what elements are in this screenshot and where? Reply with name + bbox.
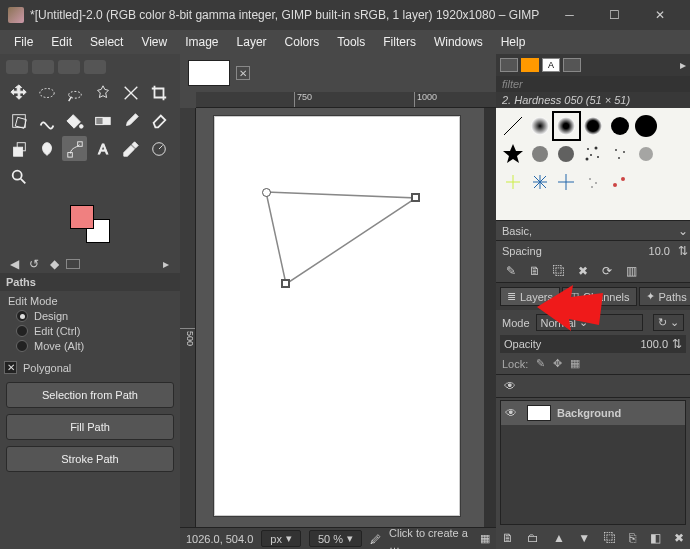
ruler-vertical[interactable]: 500	[180, 108, 196, 527]
mask-layer-icon[interactable]: ◧	[650, 531, 661, 545]
fg-color[interactable]	[70, 205, 94, 229]
brush-item[interactable]	[580, 112, 607, 140]
brush-item[interactable]	[633, 112, 660, 140]
smudge-tool[interactable]	[34, 136, 59, 161]
lock-alpha-icon[interactable]: ▦	[570, 357, 580, 370]
brush-item[interactable]	[553, 140, 580, 168]
menu-file[interactable]: File	[6, 32, 41, 52]
tab-options-icon[interactable]: ↺	[26, 257, 42, 271]
zoom-select[interactable]: 50 %▾	[309, 530, 362, 547]
brush-item[interactable]	[527, 112, 554, 140]
menu-windows[interactable]: Windows	[426, 32, 491, 52]
brush-item[interactable]	[527, 140, 554, 168]
toolbox-tab-icon[interactable]	[6, 60, 28, 74]
mode-design[interactable]: Design	[16, 310, 172, 322]
bucket-fill-tool[interactable]	[62, 108, 87, 133]
warp-tool[interactable]	[34, 108, 59, 133]
lock-position-icon[interactable]: ✥	[553, 357, 562, 370]
path-node[interactable]	[411, 193, 420, 202]
zoom-tool[interactable]	[6, 164, 31, 189]
menu-select[interactable]: Select	[82, 32, 131, 52]
eye-icon[interactable]: 👁	[504, 379, 516, 393]
canvas[interactable]	[196, 108, 484, 527]
eye-icon[interactable]: 👁	[505, 406, 521, 420]
menu-view[interactable]: View	[133, 32, 175, 52]
toolbox-tab-icon[interactable]	[32, 60, 54, 74]
scissors-tool[interactable]	[118, 80, 143, 105]
refresh-brush-icon[interactable]: ⟳	[600, 264, 614, 278]
tab-right-icon[interactable]: ▸	[158, 257, 174, 271]
new-brush-icon[interactable]: 🗎	[528, 264, 542, 278]
image-tab-thumb[interactable]	[188, 60, 230, 86]
dock-tab-icon[interactable]: A	[542, 58, 560, 72]
lower-layer-icon[interactable]: ▼	[578, 531, 590, 545]
raise-layer-icon[interactable]: ▲	[553, 531, 565, 545]
menu-edit[interactable]: Edit	[43, 32, 80, 52]
maximize-button[interactable]: ☐	[592, 0, 637, 30]
brush-item[interactable]	[553, 112, 580, 140]
close-button[interactable]: ✕	[637, 0, 682, 30]
ruler-horizontal[interactable]: 750 1000	[196, 92, 496, 108]
free-select-tool[interactable]	[62, 80, 87, 105]
dock-tab-icon[interactable]	[521, 58, 539, 72]
gradient-tool[interactable]	[90, 108, 115, 133]
fill-path-button[interactable]: Fill Path	[6, 414, 174, 440]
path-shape[interactable]	[256, 184, 426, 307]
stroke-path-button[interactable]: Stroke Path	[6, 446, 174, 472]
new-layer-icon[interactable]: 🗎	[502, 531, 514, 545]
brush-item[interactable]	[606, 140, 633, 168]
mode-switch-button[interactable]: ↻⌄	[653, 314, 684, 331]
dock-menu-icon[interactable]: ▸	[680, 58, 686, 72]
brush-item[interactable]	[659, 168, 686, 196]
merge-layer-icon[interactable]: ⎘	[629, 531, 636, 545]
image-tab-close[interactable]: ✕	[236, 66, 250, 80]
brush-item[interactable]	[553, 168, 580, 196]
tab-paths[interactable]: ✦Paths	[639, 287, 690, 306]
rect-select-tool[interactable]	[34, 80, 59, 105]
brush-filter[interactable]: filter	[496, 76, 690, 92]
spacing-slider[interactable]: Spacing 10.0 ⇅	[496, 240, 690, 260]
tab-options-icon[interactable]: ◆	[46, 257, 62, 271]
menu-filters[interactable]: Filters	[375, 32, 424, 52]
move-tool[interactable]	[6, 80, 31, 105]
color-swatches[interactable]	[70, 205, 110, 243]
brush-item[interactable]	[659, 112, 686, 140]
crop-tool[interactable]	[146, 80, 171, 105]
transform-tool[interactable]	[6, 108, 31, 133]
tab-options-icon[interactable]	[66, 259, 80, 269]
fuzzy-select-tool[interactable]	[90, 80, 115, 105]
menu-layer[interactable]: Layer	[229, 32, 275, 52]
brush-item[interactable]	[500, 168, 527, 196]
measure-tool[interactable]	[146, 136, 171, 161]
brush-preset-select[interactable]: Basic, ⌄	[496, 220, 690, 240]
layer-group-icon[interactable]: 🗀	[527, 531, 539, 545]
duplicate-brush-icon[interactable]: ⿻	[552, 264, 566, 278]
duplicate-layer-icon[interactable]: ⿻	[604, 531, 616, 545]
scrollbar-vertical[interactable]	[484, 108, 496, 527]
selection-from-path-button[interactable]: Selection from Path	[6, 382, 174, 408]
brush-item[interactable]	[633, 140, 660, 168]
mode-move[interactable]: Move (Alt)	[16, 340, 172, 352]
toolbox-tab-icon[interactable]	[58, 60, 80, 74]
delete-layer-icon[interactable]: ✖	[674, 531, 684, 545]
open-brush-icon[interactable]: ▥	[624, 264, 638, 278]
nav-icon[interactable]: ▦	[480, 532, 490, 545]
edit-brush-icon[interactable]: ✎	[504, 264, 518, 278]
dock-tab-icon[interactable]	[563, 58, 581, 72]
brush-item[interactable]	[527, 168, 554, 196]
path-node[interactable]	[281, 279, 290, 288]
menu-tools[interactable]: Tools	[329, 32, 373, 52]
brush-item[interactable]	[659, 140, 686, 168]
tab-left-icon[interactable]: ◀	[6, 257, 22, 271]
menu-help[interactable]: Help	[493, 32, 534, 52]
delete-brush-icon[interactable]: ✖	[576, 264, 590, 278]
brush-item[interactable]	[606, 112, 633, 140]
brush-item[interactable]	[633, 168, 660, 196]
paintbrush-tool[interactable]	[118, 108, 143, 133]
menu-colors[interactable]: Colors	[277, 32, 328, 52]
unit-select[interactable]: px▾	[261, 530, 301, 547]
path-node[interactable]	[262, 188, 271, 197]
lock-pixels-icon[interactable]: ✎	[536, 357, 545, 370]
brush-item[interactable]	[500, 140, 527, 168]
text-tool[interactable]: A	[90, 136, 115, 161]
